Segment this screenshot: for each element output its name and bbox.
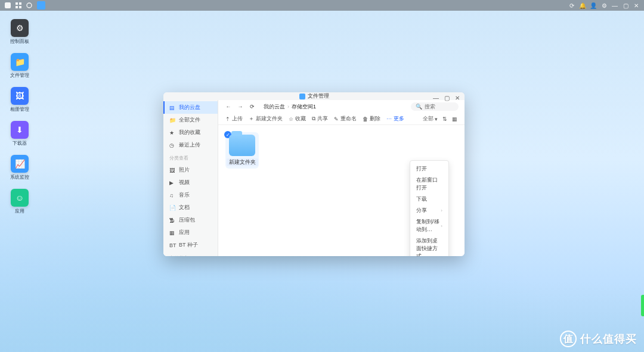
context-menu-item-0[interactable]: 打开 — [410, 163, 448, 175]
apps-grid-icon[interactable] — [16, 2, 21, 8]
sidebar-item-label: 压缩包 — [179, 216, 195, 224]
user-icon[interactable]: 👤 — [590, 2, 596, 8]
nav-refresh-button[interactable]: ⟳ — [248, 104, 256, 110]
desktop-icon-0[interactable]: ⚙控制面板 — [7, 19, 32, 45]
upload-button[interactable]: ⇡上传 — [225, 115, 243, 123]
search-box[interactable]: 🔍 — [411, 102, 459, 111]
folder-icon: 📁 — [11, 53, 29, 71]
sidebar-item-label: 文档 — [179, 204, 190, 211]
desktop-icon-4[interactable]: 📈系统监控 — [7, 155, 32, 180]
desktop-icon-1[interactable]: 📁文件管理 — [7, 53, 32, 79]
share-button[interactable]: ⧉共享 — [312, 115, 328, 123]
page-scroll-indicator — [641, 295, 644, 316]
sidebar-item-label: BT 种子 — [179, 241, 198, 249]
sidebar: ▤我的云盘📁全部文件★我的收藏◷最近上传 分类查看 🖼照片▶视频♫音乐📄文档🗜压… — [163, 100, 218, 256]
menu-item-label: 添加到桌面快捷方式 — [416, 237, 442, 256]
sidebar-item-3[interactable]: ◷最近上传 — [163, 139, 218, 151]
sidebar-item-1[interactable]: 📁全部文件 — [163, 114, 218, 126]
maximize-icon[interactable]: ▢ — [623, 2, 628, 8]
sidebar-cat-5[interactable]: ▦应用 — [163, 226, 218, 239]
sort-icon[interactable]: ⇅ — [442, 116, 447, 122]
more-button[interactable]: ⋯更多 — [386, 115, 404, 123]
search-input[interactable] — [425, 104, 454, 110]
sidebar-cat-4[interactable]: 🗜压缩包 — [163, 214, 218, 226]
clock-icon: ◷ — [169, 142, 175, 148]
rename-button[interactable]: ✎重命名 — [334, 115, 357, 123]
breadcrumb-root[interactable]: 我的云盘 — [264, 103, 285, 111]
notification-icon[interactable]: 🔔 — [580, 2, 586, 8]
context-menu-item-2[interactable]: 下载 — [410, 194, 448, 205]
sidebar-cat-6[interactable]: BTBT 种子 — [163, 239, 218, 251]
context-menu-item-4[interactable]: 复制到/移动到…› — [410, 216, 448, 235]
settings-icon: ⚙ — [11, 19, 29, 37]
taskbar-app-file-manager[interactable] — [37, 1, 45, 10]
sidebar-item-label: 最近上传 — [179, 141, 200, 149]
sidebar-cat-1[interactable]: ▶视频 — [163, 176, 218, 189]
folder-label: 新建文件夹 — [227, 158, 258, 166]
app-icon — [299, 94, 305, 99]
sidebar-cat-2[interactable]: ♫音乐 — [163, 189, 218, 201]
favorite-button[interactable]: ☆收藏 — [289, 115, 306, 123]
bt-icon: BT — [169, 242, 175, 248]
sidebar-item-label: 我的云盘 — [179, 104, 200, 111]
sidebar-cat-3[interactable]: 📄文档 — [163, 201, 218, 214]
start-icon[interactable] — [5, 2, 11, 8]
nav-forward-button[interactable]: → — [236, 104, 244, 110]
sidebar-item-label: 全部文件 — [179, 116, 200, 124]
sidebar-item-label: 我的收藏 — [179, 129, 200, 136]
menu-item-label: 下载 — [416, 195, 427, 203]
context-menu-item-1[interactable]: 在新窗口打开 — [410, 175, 448, 194]
breadcrumb-current[interactable]: 存储空间1 — [292, 103, 316, 111]
file-grid[interactable]: ✓ 新建文件夹 打开在新窗口打开下载分享›复制到/移动到…›添加到桌面快捷方式添… — [218, 125, 465, 256]
sync-icon[interactable]: ⟳ — [569, 2, 575, 8]
folder-item[interactable]: ✓ 新建文件夹 — [225, 132, 259, 169]
doc-icon: 📄 — [169, 205, 175, 211]
trash-icon: 🗑 — [363, 116, 368, 122]
grid-view-icon[interactable]: ▦ — [452, 116, 457, 122]
main-pane: ← → ⟳ 我的云盘 › 存储空间1 🔍 ⇡上传 ＋新建文件夹 ☆收藏 ⧉共享 … — [218, 100, 465, 256]
svg-rect-3 — [16, 6, 18, 8]
desktop-icon-5[interactable]: ☺应用 — [7, 189, 32, 214]
download-icon: ⬇ — [11, 121, 29, 139]
folder-icon: 📁 — [169, 117, 175, 123]
svg-rect-2 — [19, 2, 21, 5]
rename-icon: ✎ — [334, 116, 339, 122]
chevron-right-icon: › — [287, 104, 289, 110]
desktop-icon-2[interactable]: 🖼相册管理 — [7, 87, 32, 113]
window-minimize-button[interactable]: — — [432, 95, 439, 101]
sidebar-item-0[interactable]: ▤我的云盘 — [163, 101, 218, 114]
desktop-icon-3[interactable]: ⬇下载器 — [7, 121, 32, 147]
nav-back-button[interactable]: ← — [224, 104, 233, 110]
menu-item-label: 分享 — [416, 207, 427, 214]
filter-dropdown[interactable]: 全部▾ — [423, 115, 438, 123]
widgets-icon[interactable] — [26, 2, 32, 8]
zip-icon: 🗜 — [169, 217, 175, 223]
close-session-icon[interactable]: ✕ — [633, 2, 639, 8]
desktop-icon-label: 相册管理 — [10, 106, 29, 113]
star-icon: ★ — [169, 130, 175, 136]
sidebar-item-label: 音乐 — [179, 191, 190, 199]
plus-icon: ＋ — [249, 115, 254, 123]
sidebar-item-2[interactable]: ★我的收藏 — [163, 126, 218, 139]
image-icon: 🖼 — [11, 87, 29, 105]
minimize-all-icon[interactable]: — — [612, 2, 618, 8]
taskbar: ⟳ 🔔 👤 ⚙ — ▢ ✕ — [0, 0, 644, 11]
window-close-button[interactable]: ✕ — [454, 95, 461, 101]
chart-icon: 📈 — [11, 155, 29, 173]
context-menu: 打开在新窗口打开下载分享›复制到/移动到…›添加到桌面快捷方式添加到快捷入口移入… — [410, 160, 449, 256]
new-folder-button[interactable]: ＋新建文件夹 — [249, 115, 283, 123]
music-icon: ♫ — [169, 192, 175, 198]
sidebar-cat-0[interactable]: 🖼照片 — [163, 164, 218, 176]
delete-button[interactable]: 🗑删除 — [363, 115, 380, 123]
context-menu-item-5[interactable]: 添加到桌面快捷方式 — [410, 235, 448, 256]
video-icon: ▶ — [169, 180, 175, 186]
window-maximize-button[interactable]: ▢ — [443, 95, 450, 101]
context-menu-item-3[interactable]: 分享› — [410, 205, 448, 216]
desktop-icon-label: 控制面板 — [10, 38, 29, 45]
settings-icon[interactable]: ⚙ — [601, 2, 607, 8]
chevron-right-icon: › — [441, 208, 442, 213]
drive-icon: ▤ — [169, 105, 175, 111]
menu-item-label: 复制到/移动到… — [416, 218, 441, 233]
file-manager-window: 文件管理 — ▢ ✕ ▤我的云盘📁全部文件★我的收藏◷最近上传 分类查看 🖼照片… — [163, 92, 465, 256]
folder-icon — [229, 135, 255, 156]
